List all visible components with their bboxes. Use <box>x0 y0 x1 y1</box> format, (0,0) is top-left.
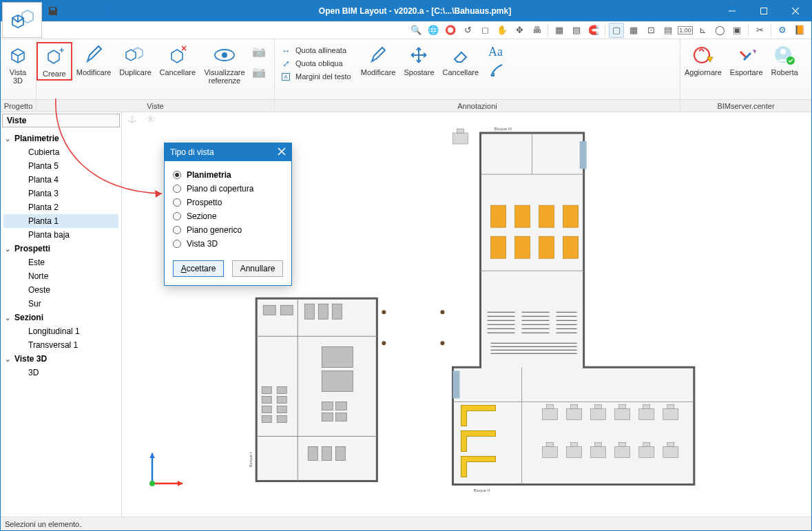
ribbon-cancellare-button[interactable]: × Cancellare <box>156 42 200 78</box>
axis-gizmo <box>140 445 188 493</box>
eraser-icon <box>448 43 473 67</box>
ribbon-esportare-button[interactable]: Esportare <box>726 42 767 78</box>
tree-item[interactable]: Cubierta <box>3 145 118 159</box>
tool-perp-icon[interactable]: ⊾ <box>695 23 710 38</box>
ribbon-label: Duplicare <box>119 68 151 76</box>
app-menu-button[interactable] <box>2 2 42 38</box>
tree-item[interactable]: Planta 3 <box>3 187 118 200</box>
qat-cube-icon[interactable] <box>100 4 114 18</box>
tool-cut-icon[interactable]: ✂ <box>752 23 767 38</box>
dialog-cancel-button[interactable]: Annullare <box>232 260 283 277</box>
tree-item[interactable]: Longitudinal 1 <box>3 324 118 338</box>
ribbon-creare-button[interactable]: + Creare <box>37 42 72 81</box>
ribbon-visualizzare-button[interactable]: Visualizzare referenze <box>200 42 249 86</box>
dialog-option[interactable]: Prospetto <box>173 196 283 209</box>
ribbon-quota-allineata-button[interactable]: ↔Quota allineata <box>280 45 351 56</box>
tool-snap-mid-icon[interactable]: ⊡ <box>643 23 658 38</box>
dialog-close-icon[interactable] <box>278 147 286 158</box>
cube-delete-icon: × <box>165 43 190 67</box>
ribbon-label: Modificare <box>361 68 396 76</box>
export-link-icon <box>734 43 759 67</box>
brush-icon[interactable] <box>488 61 506 81</box>
ribbon-label: Spostare <box>404 68 434 76</box>
svg-point-40 <box>440 310 444 314</box>
text-style-icon[interactable]: Aa <box>488 45 506 59</box>
ribbon-ann-cancellare-button[interactable]: Cancellare <box>439 42 483 78</box>
tree-item[interactable]: Planta baja <box>3 228 118 242</box>
ribbon-groups: Progetto Viste Annotazioni BIMserver.cen… <box>1 100 811 112</box>
svg-text:Bloque I: Bloque I <box>249 452 253 467</box>
tree-item[interactable]: Planta 1 <box>3 214 118 228</box>
tree-item[interactable]: Planta 2 <box>3 200 118 214</box>
tool-dimension-icon[interactable]: 1.00 <box>678 23 693 38</box>
tree-group[interactable]: ⌄Viste 3D <box>3 352 118 366</box>
qat-undo-icon[interactable] <box>64 4 78 18</box>
tool-snap-int-icon[interactable]: ▤ <box>660 23 676 38</box>
qat-redo-icon[interactable] <box>82 4 96 18</box>
dialog-option[interactable]: Sezione <box>173 209 283 223</box>
radio-icon <box>173 171 181 179</box>
window-close-button[interactable] <box>780 1 811 21</box>
dialog-option[interactable]: Piano generico <box>173 223 283 237</box>
ribbon-label: Cancellare <box>443 68 479 76</box>
tool-move-icon[interactable]: ✥ <box>512 23 527 38</box>
ribbon-quota-obliqua-button[interactable]: ⤢Quota obliqua <box>280 58 351 69</box>
svg-rect-17 <box>304 304 314 319</box>
svg-marker-86 <box>149 453 155 458</box>
ribbon-user-button[interactable]: Roberta <box>767 42 802 78</box>
cube3d-icon <box>6 43 30 67</box>
tree-group[interactable]: ⌄Planimetrie <box>3 132 118 145</box>
tool-circle-icon[interactable]: ◯ <box>712 23 727 38</box>
tree-item[interactable]: Planta 4 <box>3 173 118 187</box>
tree-group[interactable]: ⌄Prospetti <box>3 242 118 256</box>
tree-group[interactable]: ⌄Sezioni <box>3 311 118 324</box>
tool-zoom-prev-icon[interactable]: ↺ <box>460 23 475 38</box>
dialog-option[interactable]: Piano di copertura <box>173 182 283 196</box>
tool-reference-icon[interactable]: 📙 <box>792 23 807 38</box>
ribbon-vista3d-button[interactable]: Vista 3D <box>1 42 35 86</box>
tree-item[interactable]: Sur <box>3 297 118 311</box>
tree-item[interactable]: Norte <box>3 269 118 283</box>
qat-save-icon[interactable] <box>46 4 60 18</box>
ribbon-label: Cancellare <box>160 68 196 76</box>
ribbon-margini-button[interactable]: AMargini del testo <box>280 71 351 82</box>
ribbon-ann-modificare-button[interactable]: Modificare <box>357 42 400 78</box>
dialog-accept-button[interactable]: Accettare <box>173 260 224 277</box>
tool-zoom-ext-icon[interactable]: ◻ <box>477 23 492 38</box>
svg-rect-26 <box>277 406 287 413</box>
tool-grid-icon[interactable]: ▦ <box>626 23 641 38</box>
tool-globe-icon[interactable]: 🌐 <box>426 23 441 38</box>
tool-magnet-icon[interactable]: 🧲 <box>586 23 601 38</box>
ribbon-ann-spostare-button[interactable]: Spostare <box>399 42 438 78</box>
cube-plus-icon: + <box>42 45 67 68</box>
tool-zoom-window-icon[interactable]: 🔍 <box>408 23 424 38</box>
tool-layers1-icon[interactable]: ▦ <box>552 23 567 38</box>
tool-snap-endpoint-icon[interactable]: ▢ <box>609 23 624 38</box>
window-minimize-button[interactable] <box>716 1 748 21</box>
ribbon-aggiornare-button[interactable]: Aggiornare <box>680 42 726 78</box>
tool-settings-icon[interactable]: ⚙ <box>775 23 790 38</box>
svg-rect-52 <box>515 236 530 258</box>
tree-item[interactable]: 3D <box>3 366 118 379</box>
tree-item[interactable]: Planta 5 <box>3 159 118 173</box>
dim-oblique-icon: ⤢ <box>280 58 291 69</box>
dialog-option[interactable]: Vista 3D <box>173 237 283 251</box>
svg-rect-29 <box>322 371 353 391</box>
ribbon-duplicare-button[interactable]: Duplicare <box>115 42 155 78</box>
dialog-option[interactable]: Planimetria <box>173 168 283 182</box>
svg-rect-55 <box>580 141 587 169</box>
svg-rect-22 <box>262 406 271 413</box>
statusbar: Selezioni un elemento. <box>1 517 811 530</box>
tool-osnap-icon[interactable]: ▣ <box>729 23 745 38</box>
window-maximize-button[interactable] <box>748 1 780 21</box>
tree-item[interactable]: Oeste <box>3 283 118 297</box>
ribbon-label: Vista 3D <box>10 68 26 85</box>
tool-zoom-realtime-icon[interactable]: ⭕ <box>443 23 458 38</box>
radio-icon <box>173 212 181 220</box>
tree-item[interactable]: Transversal 1 <box>3 338 118 352</box>
tree-item[interactable]: Este <box>3 256 118 269</box>
tool-print-icon[interactable]: 🖶 <box>529 23 544 38</box>
ribbon-modificare-button[interactable]: Modificare <box>72 42 116 78</box>
tool-pan-icon[interactable]: ✋ <box>495 23 510 38</box>
tool-layers2-icon[interactable]: ▧ <box>569 23 584 38</box>
